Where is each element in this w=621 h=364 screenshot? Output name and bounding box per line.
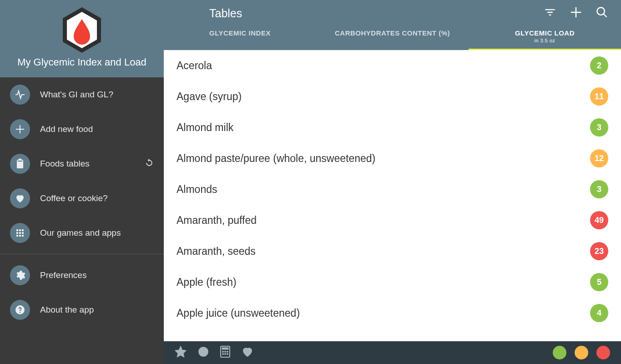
main: Tables GLYCEMIC INDEX (164, 0, 621, 364)
food-row[interactable]: Acerola2 (164, 50, 621, 81)
food-row[interactable]: Almonds3 (164, 174, 621, 205)
search-icon[interactable] (596, 6, 608, 20)
calculator-icon[interactable] (220, 346, 230, 359)
tab-label: GLYCEMIC LOAD (515, 29, 575, 37)
legend-dot-green[interactable] (553, 346, 566, 359)
sidebar-item-add-food[interactable]: Add new food (0, 112, 164, 147)
clock-icon[interactable] (197, 346, 209, 359)
gear-icon (10, 265, 30, 285)
food-name: Apple juice (unsweetened) (177, 307, 590, 319)
sidebar-item-whats-gi-gl[interactable]: What's GI and GL? (0, 77, 164, 112)
gl-badge: 2 (590, 56, 608, 75)
food-name: Agave (syrup) (177, 91, 590, 103)
sidebar-item-coffee-cookie[interactable]: Coffee or cookie? (0, 181, 164, 216)
sidebar-header: My Glycemic Index and Load (0, 0, 164, 77)
sidebar-item-label: Add new food (40, 124, 154, 134)
heart-filled-icon[interactable] (241, 345, 254, 360)
food-name: Almond paste/puree (whole, unsweetened) (177, 152, 590, 165)
legend-dot-red[interactable] (596, 346, 610, 359)
food-row[interactable]: Apple juice (unsweetened)4 (164, 298, 621, 329)
tab-label: GLYCEMIC INDEX (209, 29, 271, 37)
gl-badge: 3 (590, 118, 608, 136)
food-row[interactable]: Almond paste/puree (whole, unsweetened)1… (164, 143, 621, 174)
refresh-icon[interactable] (145, 158, 154, 169)
food-name: Amaranth, seeds (177, 245, 590, 258)
heart-icon (10, 188, 30, 208)
food-name: Apple (fresh) (177, 276, 590, 288)
bottombar (164, 341, 621, 364)
food-name: Amaranth, puffed (177, 214, 590, 227)
tab-glycemic-load[interactable]: GLYCEMIC LOAD in 3.5 oz (469, 23, 621, 50)
food-list[interactable]: Acerola2Agave (syrup)11Almond milk3Almon… (164, 50, 621, 341)
star-icon[interactable] (175, 346, 187, 359)
food-row[interactable]: Amaranth, seeds23 (164, 236, 621, 267)
food-row[interactable]: Almond milk3 (164, 112, 621, 143)
apps-grid-icon (10, 223, 30, 243)
food-name: Almond milk (177, 121, 590, 134)
filter-icon[interactable] (544, 6, 556, 20)
gl-badge: 23 (590, 242, 608, 260)
clipboard-icon (10, 154, 30, 174)
svg-point-7 (227, 351, 228, 353)
tab-label: CARBOHYDRATES CONTENT (%) (335, 29, 450, 37)
svg-point-9 (225, 354, 226, 355)
svg-point-6 (225, 351, 226, 353)
sidebar-item-label: Preferences (40, 270, 154, 280)
sidebar-divider (0, 254, 164, 254)
sidebar-menu: What's GI and GL? Add new food Foods tab… (0, 77, 164, 364)
topbar: Tables GLYCEMIC INDEX (164, 0, 621, 50)
sidebar-item-preferences[interactable]: Preferences (0, 258, 164, 293)
tab-carb-content[interactable]: CARBOHYDRATES CONTENT (%) (316, 23, 469, 50)
sidebar-item-label: Our games and apps (40, 228, 154, 238)
gl-badge: 49 (590, 211, 608, 229)
sidebar-item-foods-tables[interactable]: Foods tables (0, 147, 164, 181)
sidebar-item-label: Foods tables (40, 159, 145, 169)
svg-rect-4 (222, 348, 228, 349)
sidebar-item-label: About the app (40, 305, 154, 315)
plus-icon (10, 119, 30, 139)
svg-point-10 (227, 354, 228, 355)
gl-badge: 12 (590, 149, 608, 167)
sidebar-item-our-apps[interactable]: Our games and apps (0, 216, 164, 250)
food-name: Acerola (177, 60, 590, 72)
gl-badge: 4 (590, 304, 608, 322)
sidebar-item-label: What's GI and GL? (40, 90, 154, 100)
svg-point-5 (222, 351, 224, 353)
tab-glycemic-index[interactable]: GLYCEMIC INDEX (164, 23, 316, 50)
sidebar: My Glycemic Index and Load What's GI and… (0, 0, 164, 364)
food-row[interactable]: Agave (syrup)11 (164, 81, 621, 112)
sidebar-item-label: Coffee or cookie? (40, 193, 154, 203)
add-icon[interactable] (569, 5, 583, 21)
gl-badge: 11 (590, 87, 608, 106)
food-name: Almonds (177, 183, 590, 196)
app-logo (0, 6, 164, 54)
app-title: My Glycemic Index and Load (0, 56, 164, 68)
pulse-icon (10, 85, 30, 105)
sidebar-item-about[interactable]: About the app (0, 293, 164, 327)
food-row[interactable]: Amaranth, puffed49 (164, 205, 621, 236)
tab-sublabel: in 3.5 oz (469, 38, 621, 43)
legend-dot-orange[interactable] (575, 346, 588, 359)
gl-badge: 3 (590, 180, 608, 198)
tabs: GLYCEMIC INDEX CARBOHYDRATES CONTENT (%)… (164, 23, 621, 50)
page-title: Tables (209, 7, 544, 20)
svg-point-8 (222, 354, 224, 355)
gl-badge: 5 (590, 273, 608, 291)
food-row[interactable]: Apple (fresh)5 (164, 267, 621, 298)
topbar-actions (544, 5, 608, 21)
question-icon (10, 300, 30, 320)
